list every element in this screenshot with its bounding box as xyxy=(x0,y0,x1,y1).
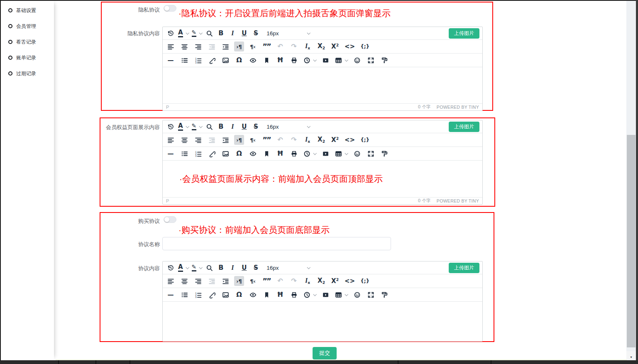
special-char-button[interactable]: Ω xyxy=(234,149,244,159)
font-size-select[interactable]: 16px xyxy=(266,30,310,37)
subscript-button[interactable]: X2 xyxy=(316,135,326,145)
fullscreen-button[interactable] xyxy=(366,290,376,300)
align-right-button[interactable] xyxy=(193,135,203,145)
preview-button[interactable] xyxy=(248,149,258,159)
hr-button[interactable]: — xyxy=(166,55,176,65)
superscript-button[interactable]: X2 xyxy=(330,135,340,145)
sidebar-item-1[interactable]: 会员管理 xyxy=(8,22,54,31)
blockquote-button[interactable]: ”” xyxy=(262,135,271,145)
search-button[interactable] xyxy=(204,28,214,38)
ltr-button[interactable]: ›¶ xyxy=(234,135,244,145)
preview-button[interactable] xyxy=(248,290,258,300)
page-break-button[interactable]: Ħ xyxy=(275,55,285,65)
highlight-button[interactable]: ✎ xyxy=(191,122,203,132)
align-center-button[interactable] xyxy=(179,135,189,145)
editor-content-area[interactable] xyxy=(163,302,482,341)
text-color-button[interactable]: A xyxy=(177,263,189,273)
underline-button[interactable]: U xyxy=(239,263,249,273)
align-right-button[interactable] xyxy=(193,276,203,286)
list-ol-button[interactable]: 123 xyxy=(193,149,203,159)
clear-format-button[interactable]: Ix xyxy=(303,276,313,286)
align-left-button[interactable] xyxy=(166,42,176,51)
table-button[interactable] xyxy=(334,290,348,300)
media-button[interactable] xyxy=(320,290,330,300)
list-ol-button[interactable]: 123 xyxy=(193,55,203,65)
emoji-button[interactable] xyxy=(352,149,362,159)
upload-image-button[interactable]: 上传图片 xyxy=(449,122,479,132)
rtl-button[interactable]: ¶‹ xyxy=(248,276,258,286)
indent-button[interactable] xyxy=(220,135,230,145)
media-button[interactable] xyxy=(320,149,330,159)
align-center-button[interactable] xyxy=(179,276,189,286)
sidebar-item-3[interactable]: 账单记录 xyxy=(8,53,54,62)
vertical-scrollbar[interactable]: ▾ xyxy=(626,1,636,360)
print-button[interactable] xyxy=(289,149,299,159)
fullscreen-button[interactable] xyxy=(366,149,376,159)
clear-format-button[interactable]: Ix xyxy=(303,42,313,51)
text-color-button[interactable]: A xyxy=(177,28,189,38)
purchase-toggle[interactable] xyxy=(164,216,176,223)
italic-button[interactable]: I xyxy=(227,122,237,132)
preview-button[interactable] xyxy=(248,55,258,65)
font-size-select[interactable]: 16px xyxy=(266,265,310,271)
list-ul-button[interactable] xyxy=(179,55,189,65)
special-char-button[interactable]: Ω xyxy=(234,290,244,300)
image-button[interactable] xyxy=(220,55,230,65)
underline-button[interactable]: U xyxy=(239,28,249,38)
indent-button[interactable] xyxy=(220,276,230,286)
insert-datetime-button[interactable] xyxy=(303,290,317,300)
agreement-name-input[interactable] xyxy=(162,237,391,250)
code-button[interactable]: <> xyxy=(344,42,356,51)
code-button[interactable]: <> xyxy=(344,276,356,286)
format-painter-button[interactable] xyxy=(379,290,389,300)
italic-button[interactable]: I xyxy=(227,28,237,38)
media-button[interactable] xyxy=(320,55,330,65)
submit-button[interactable]: 提交 xyxy=(313,347,337,359)
emoji-button[interactable] xyxy=(352,290,362,300)
sidebar-item-0[interactable]: 基础设置 xyxy=(8,6,54,15)
blockquote-button[interactable]: ”” xyxy=(262,276,271,286)
hr-button[interactable]: — xyxy=(166,290,176,300)
strikethrough-button[interactable]: S xyxy=(251,28,261,38)
page-break-button[interactable]: Ħ xyxy=(275,290,285,300)
strikethrough-button[interactable]: S xyxy=(251,263,261,273)
sidebar-item-2[interactable]: 看舌记录 xyxy=(8,37,54,46)
editor-content-area[interactable] xyxy=(163,67,482,103)
sidebar-item-4[interactable]: 过期记录 xyxy=(8,69,54,78)
list-ul-button[interactable] xyxy=(179,149,189,159)
list-ul-button[interactable] xyxy=(179,290,189,300)
code-sample-button[interactable]: {;} xyxy=(359,42,370,51)
strikethrough-button[interactable]: S xyxy=(251,122,261,132)
scrollbar-thumb[interactable] xyxy=(627,135,636,347)
list-ol-button[interactable]: 123 xyxy=(193,290,203,300)
superscript-button[interactable]: X2 xyxy=(330,42,340,51)
insert-datetime-button[interactable] xyxy=(303,149,317,159)
hr-button[interactable]: — xyxy=(166,149,176,159)
fullscreen-button[interactable] xyxy=(366,55,376,65)
ltr-button[interactable]: ›¶ xyxy=(234,42,244,51)
format-painter-button[interactable] xyxy=(379,149,389,159)
scrollbar-down-arrow-icon[interactable]: ▾ xyxy=(626,351,636,360)
upload-image-button[interactable]: 上传图片 xyxy=(449,28,479,39)
search-button[interactable] xyxy=(204,263,214,273)
align-left-button[interactable] xyxy=(166,135,176,145)
page-break-button[interactable]: Ħ xyxy=(275,149,285,159)
ltr-button[interactable]: ›¶ xyxy=(234,276,244,286)
print-button[interactable] xyxy=(289,290,299,300)
subscript-button[interactable]: X2 xyxy=(316,276,326,286)
highlight-button[interactable]: ✎ xyxy=(191,28,203,38)
image-button[interactable] xyxy=(220,290,230,300)
emoji-button[interactable] xyxy=(352,55,362,65)
search-button[interactable] xyxy=(204,122,214,132)
format-painter-button[interactable] xyxy=(379,55,389,65)
clear-format-button[interactable]: Ix xyxy=(303,135,313,145)
special-char-button[interactable]: Ω xyxy=(234,55,244,65)
align-left-button[interactable] xyxy=(166,276,176,286)
indent-button[interactable] xyxy=(220,42,230,51)
subscript-button[interactable]: X2 xyxy=(316,42,326,51)
bold-button[interactable]: B xyxy=(216,28,226,38)
code-button[interactable]: <> xyxy=(344,135,356,145)
bookmark-button[interactable] xyxy=(262,149,271,159)
italic-button[interactable]: I xyxy=(227,263,237,273)
restore-draft-button[interactable] xyxy=(166,263,176,273)
